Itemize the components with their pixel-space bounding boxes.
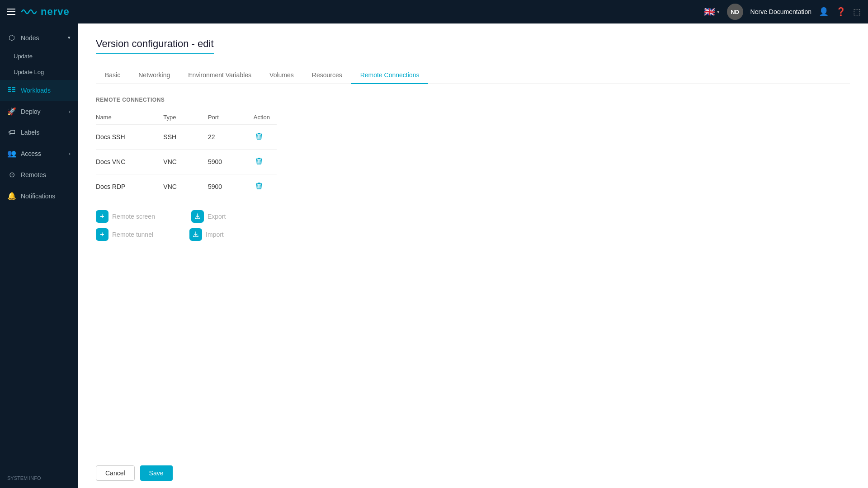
logo-text: nerve: [41, 6, 70, 18]
cell-type: SSH: [163, 125, 208, 150]
cell-port: 5900: [208, 150, 254, 174]
tabs: Basic Networking Environment Variables V…: [96, 67, 850, 84]
delete-row-1-button[interactable]: [254, 155, 264, 169]
cell-port: 22: [208, 125, 254, 150]
nodes-icon: ⬡: [7, 33, 16, 42]
export-label: Export: [208, 213, 226, 220]
import-icon: [189, 228, 202, 241]
sidebar-item-label: Labels: [21, 129, 39, 136]
delete-row-0-button[interactable]: [254, 130, 264, 144]
export-icon: [191, 210, 204, 223]
topbar-right: 🇬🇧 ▾ ND Nerve Documentation 👤 ❓ ⬚: [704, 4, 861, 20]
tab-resources[interactable]: Resources: [303, 67, 351, 84]
user-icon[interactable]: 👤: [819, 7, 829, 17]
remote-tunnel-label: Remote tunnel: [112, 231, 153, 238]
col-header-action: Action: [254, 110, 277, 125]
system-info[interactable]: SYSTEM INFO: [0, 468, 78, 488]
table-row: Docs SSH SSH 22: [96, 125, 277, 150]
cell-port: 5900: [208, 174, 254, 199]
layout: ⬡ Nodes ▾ Update Update Log Workloads: [0, 23, 868, 488]
cell-name: Docs RDP: [96, 174, 163, 199]
avatar[interactable]: ND: [727, 4, 743, 20]
table-row: Docs VNC VNC 5900: [96, 150, 277, 174]
sidebar-item-update[interactable]: Update: [0, 48, 78, 64]
workloads-icon: [7, 86, 16, 94]
remotes-icon: ⊙: [7, 170, 16, 179]
chevron-right-icon: ▾: [68, 35, 71, 41]
sidebar-item-deploy[interactable]: 🚀 Deploy ›: [0, 101, 78, 122]
export-button[interactable]: Export: [191, 210, 226, 223]
svg-rect-1: [8, 89, 11, 90]
plus-icon: +: [96, 210, 108, 223]
add-remote-screen-button[interactable]: + Remote screen: [96, 210, 155, 223]
sidebar-item-nodes[interactable]: ⬡ Nodes ▾: [0, 27, 78, 48]
topbar-left: nerve: [7, 6, 70, 18]
chevron-down-icon: ▾: [717, 9, 720, 15]
main-content: Version configuration - edit Basic Netwo…: [78, 23, 868, 488]
sidebar-item-label: Access: [21, 150, 41, 157]
plus-icon: +: [96, 228, 108, 241]
add-remote-tunnel-button[interactable]: + Remote tunnel: [96, 228, 153, 241]
notifications-icon: 🔔: [7, 192, 16, 200]
sidebar-item-labels[interactable]: 🏷 Labels: [0, 122, 78, 143]
flag-icon: 🇬🇧: [704, 6, 715, 17]
import-label: Import: [206, 231, 224, 238]
cell-action: [254, 174, 277, 199]
import-button[interactable]: Import: [189, 228, 224, 241]
sidebar-item-label: Workloads: [21, 87, 51, 94]
sidebar-item-label: Remotes: [21, 171, 46, 178]
action-row-1: + Remote screen Export: [96, 210, 850, 223]
sidebar-item-remotes[interactable]: ⊙ Remotes: [0, 164, 78, 185]
sidebar-item-update-log[interactable]: Update Log: [0, 64, 78, 80]
cell-action: [254, 125, 277, 150]
topbar: nerve 🇬🇧 ▾ ND Nerve Documentation 👤 ❓ ⬚: [0, 0, 868, 23]
table-row: Docs RDP VNC 5900: [96, 174, 277, 199]
page-title: Version configuration - edit: [96, 38, 214, 54]
tab-networking[interactable]: Networking: [129, 67, 179, 84]
cell-type: VNC: [163, 150, 208, 174]
sidebar-item-label: Notifications: [21, 192, 55, 200]
tab-remote-connections[interactable]: Remote Connections: [351, 67, 429, 84]
col-header-name: Name: [96, 110, 163, 125]
deploy-icon: 🚀: [7, 107, 16, 116]
svg-rect-0: [8, 87, 11, 88]
hamburger-menu-icon[interactable]: [7, 9, 15, 15]
cell-name: Docs SSH: [96, 125, 163, 150]
sidebar: ⬡ Nodes ▾ Update Update Log Workloads: [0, 23, 78, 488]
sidebar-item-label: Nodes: [21, 34, 39, 42]
sidebar-item-label: Deploy: [21, 108, 41, 115]
tab-volumes[interactable]: Volumes: [260, 67, 303, 84]
cell-name: Docs VNC: [96, 150, 163, 174]
action-row-2: + Remote tunnel Import: [96, 228, 850, 241]
nerve-docs-link[interactable]: Nerve Documentation: [750, 8, 811, 15]
chevron-right-icon: ›: [69, 109, 71, 114]
delete-row-2-button[interactable]: [254, 180, 264, 193]
cell-type: VNC: [163, 174, 208, 199]
svg-rect-5: [12, 91, 15, 92]
logout-icon[interactable]: ⬚: [853, 7, 861, 17]
col-header-type: Type: [163, 110, 208, 125]
svg-rect-3: [12, 87, 15, 88]
cell-action: [254, 150, 277, 174]
sidebar-item-workloads[interactable]: Workloads: [0, 80, 78, 101]
tab-env-vars[interactable]: Environment Variables: [179, 67, 260, 84]
connections-table: Name Type Port Action Docs SSH SSH 22: [96, 110, 277, 199]
sidebar-item-access[interactable]: 👥 Access ›: [0, 143, 78, 164]
save-button[interactable]: Save: [140, 465, 173, 481]
main-inner: Version configuration - edit Basic Netwo…: [78, 23, 868, 458]
sidebar-item-notifications[interactable]: 🔔 Notifications: [0, 185, 78, 206]
footer: Cancel Save: [78, 458, 868, 488]
labels-icon: 🏷: [7, 128, 16, 136]
remote-screen-label: Remote screen: [112, 213, 155, 220]
tab-basic[interactable]: Basic: [96, 67, 129, 84]
logo: nerve: [21, 6, 70, 18]
col-header-port: Port: [208, 110, 254, 125]
language-selector[interactable]: 🇬🇧 ▾: [704, 6, 720, 17]
chevron-right-icon: ›: [69, 151, 71, 156]
section-heading: REMOTE CONNECTIONS: [96, 97, 850, 103]
help-icon[interactable]: ❓: [836, 7, 846, 17]
svg-rect-4: [12, 89, 15, 90]
cancel-button[interactable]: Cancel: [96, 465, 135, 481]
action-buttons: + Remote screen Export +: [96, 210, 850, 241]
svg-rect-2: [8, 91, 11, 92]
